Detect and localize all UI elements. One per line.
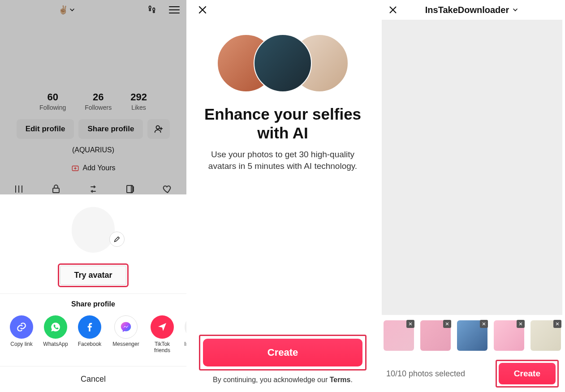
close-icon[interactable] [388,5,398,15]
share-sheet: Try avatar Share profile Copy link Whats… [0,194,186,392]
selected-thumb[interactable] [494,320,524,351]
remove-icon[interactable] [443,320,451,328]
intro-subtitle: Use your photos to get 30 high-quality a… [186,149,379,172]
intro-title: Enhance your selfies with AI [186,105,379,142]
share-options-row[interactable]: Copy link WhatsApp Facebook Messenger Ti… [0,315,186,354]
try-avatar-button[interactable]: Try avatar [60,266,126,285]
profile-screen: ✌🏼 60 Following 26 Followers 292 Lik [0,0,186,392]
link-icon [10,315,33,339]
create-highlight: Create [199,335,367,370]
intro-header [186,0,379,20]
terms-link[interactable]: Terms [330,376,351,383]
pencil-icon [113,236,121,243]
share-label: Facebook [78,341,102,348]
facebook-icon [78,315,101,339]
avatar-examples [186,34,379,92]
photo-preview-area[interactable] [382,20,562,315]
picker-footer: 10/10 photos selected Create [379,356,565,392]
album-title: InsTakeDownloader [425,5,509,15]
whatsapp-icon [44,315,67,339]
try-avatar-highlight: Try avatar [58,263,128,287]
ai-avatar-intro-screen: Enhance your selfies with AI Use your ph… [186,0,379,392]
divider [0,293,186,294]
intro-footer: Create By continuing, you acknowledge ou… [186,335,379,392]
create-button[interactable]: Create [203,339,362,366]
share-messenger[interactable]: Messenger [111,315,141,354]
album-dropdown[interactable]: InsTakeDownloader [425,5,519,15]
selected-thumb[interactable] [384,320,414,351]
avatar-example-2 [254,34,312,92]
share-sheet-title: Share profile [71,300,115,308]
share-label: WhatsApp [43,341,68,348]
share-copy-link[interactable]: Copy link [9,315,34,354]
selected-thumbnails-row[interactable] [379,315,565,356]
close-icon[interactable] [197,4,208,15]
chevron-down-icon [512,6,519,13]
photo-picker-screen: InsTakeDownloader 10/10 photos selected … [379,0,565,392]
remove-icon[interactable] [553,320,561,328]
selected-thumb[interactable] [420,320,451,351]
picker-header: InsTakeDownloader [379,0,565,20]
selected-thumb[interactable] [457,320,487,351]
selection-count: 10/10 photos selected [386,369,465,379]
avatar-placeholder [72,207,115,253]
share-whatsapp[interactable]: WhatsApp [43,315,68,354]
share-label: Messenger [112,341,139,348]
dim-overlay [0,0,186,194]
send-icon [151,315,174,339]
selected-thumb[interactable] [530,320,561,351]
profile-top-area: ✌🏼 60 Following 26 Followers 292 Lik [0,0,186,194]
create-highlight: Create [496,360,559,388]
share-tiktok-friends[interactable]: TikTok friends [150,315,175,354]
share-label: Copy link [10,341,32,348]
share-label: TikTok friends [150,341,175,354]
remove-icon[interactable] [517,320,525,328]
remove-icon[interactable] [480,320,488,328]
remove-icon[interactable] [406,320,414,328]
edit-avatar-button[interactable] [109,232,125,247]
ack-suffix: . [351,376,353,383]
create-button[interactable]: Create [499,363,556,384]
share-facebook[interactable]: Facebook [77,315,102,354]
cancel-button[interactable]: Cancel [0,366,186,392]
ack-prefix: By continuing, you acknowledge our [213,376,330,383]
acknowledge-text: By continuing, you acknowledge our Terms… [199,376,367,384]
messenger-icon [114,315,138,339]
